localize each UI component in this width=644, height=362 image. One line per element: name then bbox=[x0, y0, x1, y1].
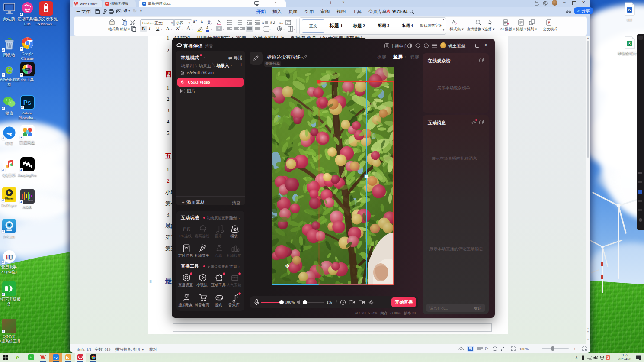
svg-text:AIZB: AIZB bbox=[28, 199, 33, 201]
svg-text:3: 3 bbox=[237, 23, 237, 26]
svg-text:✥: ✥ bbox=[285, 263, 290, 269]
svg-text:S: S bbox=[270, 21, 272, 25]
svg-text:OBS: OBS bbox=[26, 68, 29, 71]
svg-text:PK: PK bbox=[183, 226, 191, 233]
svg-text:S: S bbox=[628, 42, 630, 46]
svg-text:U: U bbox=[8, 254, 13, 261]
svg-text:B: B bbox=[281, 22, 283, 25]
svg-text:e: e bbox=[45, 7, 47, 12]
svg-text:i: i bbox=[6, 254, 8, 260]
svg-text:A: A bbox=[262, 21, 264, 25]
svg-text:?: ? bbox=[425, 44, 426, 48]
svg-text:W: W bbox=[628, 8, 631, 12]
